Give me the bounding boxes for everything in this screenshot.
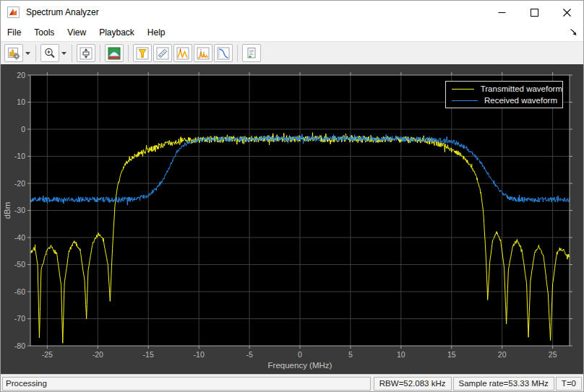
svg-text:10: 10 (397, 350, 405, 359)
spectrum-settings-button[interactable] (4, 44, 23, 62)
svg-text:20: 20 (17, 71, 25, 79)
legend-label-transmitted: Transmitted waveform (481, 84, 562, 93)
autoscale-button[interactable] (77, 44, 95, 62)
spectrum-settings-dropdown[interactable] (24, 44, 32, 62)
svg-text:-5: -5 (246, 350, 252, 359)
svg-text:-70: -70 (14, 314, 25, 323)
svg-text:-40: -40 (14, 233, 25, 242)
legend-row-received: Received waveform (446, 95, 562, 106)
channel-measurements-button[interactable] (133, 44, 152, 62)
menu-playback[interactable]: Playback (93, 25, 141, 40)
matlab-app-icon (7, 6, 20, 18)
minimize-button[interactable] (486, 1, 518, 24)
toolbar-separator (100, 45, 100, 62)
svg-text:10: 10 (17, 97, 25, 106)
distortion-measurements-icon (197, 47, 210, 60)
cursor-measurements-button[interactable] (153, 44, 172, 62)
menu-tools[interactable]: Tools (27, 25, 61, 40)
svg-text:-60: -60 (14, 287, 25, 296)
svg-text:25: 25 (549, 350, 557, 359)
zoom-button[interactable] (40, 44, 59, 62)
svg-text:-30: -30 (14, 206, 25, 214)
zoom-dropdown[interactable] (60, 44, 68, 62)
svg-text:-20: -20 (14, 179, 25, 188)
plot-region: -25-20-15-10-50510152025-80-70-60-50-40-… (1, 64, 584, 374)
peak-finder-button[interactable] (173, 44, 192, 62)
svg-text:-50: -50 (14, 260, 25, 269)
ccdf-measurements-icon (217, 47, 230, 60)
svg-text:20: 20 (498, 350, 507, 359)
generate-script-icon (245, 47, 258, 60)
svg-text:0: 0 (298, 350, 302, 359)
menu-file[interactable]: File (1, 25, 27, 40)
legend-row-transmitted: Transmitted waveform (446, 83, 562, 95)
maximize-button[interactable] (518, 1, 551, 24)
toolbar-separator (128, 45, 129, 62)
sample-rate-panel: Sample rate=53.33 MHz (453, 377, 554, 391)
svg-text:-20: -20 (93, 350, 103, 359)
close-button[interactable] (551, 1, 583, 24)
svg-text:0: 0 (21, 125, 25, 134)
spectrum-analyzer-window: Spectrum Analyzer File Tools View Playba… (0, 0, 584, 392)
legend-line-received (452, 100, 478, 101)
title-bar: Spectrum Analyzer (1, 1, 583, 24)
menu-view[interactable]: View (61, 25, 93, 40)
svg-text:5: 5 (348, 350, 353, 359)
cursor-measurements-ruler-icon (156, 47, 169, 60)
svg-text:-10: -10 (194, 350, 205, 359)
status-bar: Processing RBW=52.083 kHz Sample rate=53… (1, 374, 583, 392)
status-message: Processing (2, 377, 371, 391)
legend-line-transmitted (452, 89, 474, 90)
legend-label-received: Received waveform (484, 96, 557, 105)
peak-finder-icon (176, 47, 189, 60)
legend[interactable]: Transmitted waveform Received waveform (445, 81, 563, 108)
svg-text:15: 15 (447, 350, 456, 359)
svg-text:Frequency (MHz): Frequency (MHz) (268, 361, 332, 370)
spectrum-settings-icon (7, 47, 20, 60)
menu-help[interactable]: Help (141, 25, 172, 40)
toolbar-separator (237, 45, 238, 62)
svg-text:-15: -15 (143, 350, 154, 359)
svg-text:-25: -25 (42, 350, 53, 359)
toolbar-separator (35, 45, 36, 62)
time-panel: T=0 (556, 377, 582, 391)
spectrum-display-button[interactable] (105, 44, 124, 62)
window-title: Spectrum Analyzer (26, 7, 99, 17)
autoscale-y-icon (80, 47, 93, 60)
dock-arrow-icon[interactable] (567, 26, 579, 38)
channel-measurements-icon (136, 47, 149, 60)
svg-text:dBm: dBm (3, 202, 12, 219)
spectrum-chart[interactable]: -25-20-15-10-50510152025-80-70-60-50-40-… (1, 64, 584, 374)
svg-text:-80: -80 (14, 341, 25, 350)
distortion-measurements-button[interactable] (194, 44, 212, 62)
rbw-panel: RBW=52.083 kHz (374, 377, 452, 391)
generate-script-button[interactable] (242, 44, 261, 62)
ccdf-measurements-button[interactable] (214, 44, 233, 62)
spectrum-display-icon (108, 47, 121, 60)
zoom-in-icon (43, 47, 56, 60)
window-controls (486, 1, 583, 24)
toolbar (1, 41, 583, 64)
menu-bar: File Tools View Playback Help (1, 24, 583, 41)
svg-text:-10: -10 (14, 152, 25, 160)
toolbar-separator (72, 45, 72, 62)
